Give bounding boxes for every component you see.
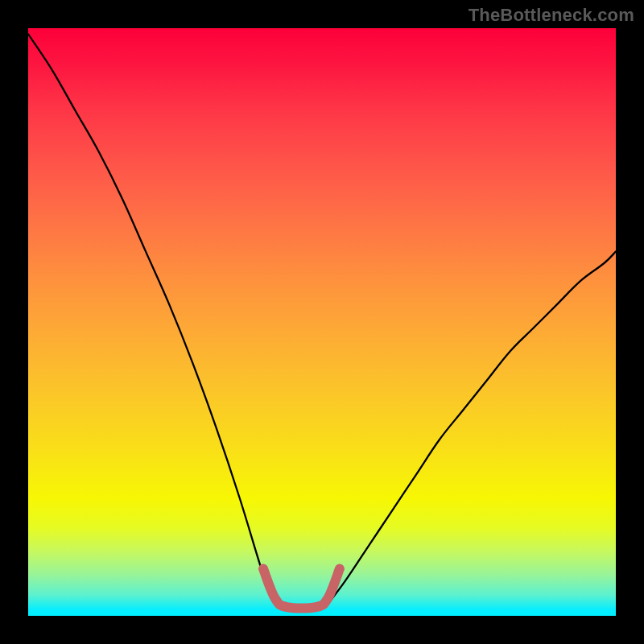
right-curve-path	[328, 251, 616, 604]
chart-frame: TheBottleneck.com	[0, 0, 644, 644]
plot-area	[28, 28, 616, 616]
watermark-text: TheBottleneck.com	[469, 5, 634, 26]
left-curve-path	[28, 34, 275, 604]
chart-svg	[28, 28, 616, 616]
valley-marker-path	[263, 569, 340, 609]
